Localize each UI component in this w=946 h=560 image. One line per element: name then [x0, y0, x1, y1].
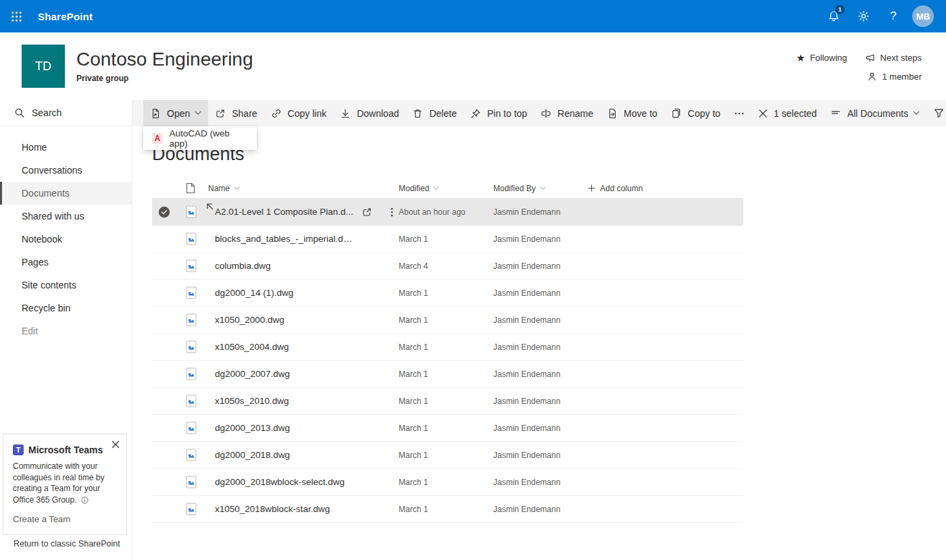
modified-by-cell: Jasmin Endemann: [493, 478, 588, 487]
table-row[interactable]: dg2000_2018wblock-select.dwg March 1 Jas…: [152, 469, 743, 496]
file-name[interactable]: A2.01-Level 1 Composite Plan.d...: [215, 207, 353, 217]
file-name[interactable]: dg2000_2013.dwg: [215, 423, 290, 433]
column-header-modified[interactable]: Modified: [399, 184, 493, 193]
table-row[interactable]: x1050s_2010.dwg March 1 Jasmin Endemann: [152, 388, 743, 415]
add-column-button[interactable]: Add column: [588, 184, 743, 193]
sidebar-item-conversations[interactable]: Conversations: [0, 159, 132, 182]
modified-cell: March 1: [399, 478, 493, 487]
table-row[interactable]: dg2000_14 (1).dwg March 1 Jasmin Endeman…: [152, 280, 743, 307]
delete-button[interactable]: Delete: [405, 100, 463, 126]
modified-by-cell: Jasmin Endemann: [493, 288, 588, 298]
teams-promo-card: T Microsoft Teams Communicate with your …: [3, 434, 127, 535]
column-header-file-type[interactable]: [176, 182, 208, 194]
table-row[interactable]: dg2000_2018.dwg March 1 Jasmin Endemann: [152, 442, 743, 469]
file-name[interactable]: x1050s_2010.dwg: [215, 396, 289, 406]
column-header-name[interactable]: Name: [208, 184, 399, 193]
modified-cell: About an hour ago: [399, 207, 493, 217]
modified-by-cell: Jasmin Endemann: [493, 261, 588, 271]
dwg-file-icon: [186, 422, 197, 434]
file-name[interactable]: dg2000_14 (1).dwg: [215, 288, 293, 298]
view-selector-button[interactable]: All Documents: [824, 100, 926, 126]
close-icon[interactable]: [111, 440, 120, 449]
copy-to-button[interactable]: Copy to: [664, 100, 727, 126]
help-button[interactable]: ?: [878, 0, 908, 32]
table-row[interactable]: columbia.dwg March 4 Jasmin Endemann: [152, 253, 743, 280]
search-input[interactable]: Search: [0, 100, 132, 126]
page-title: Documents: [152, 144, 946, 165]
table-row[interactable]: dg2000_2007.dwg March 1 Jasmin Endemann: [152, 361, 743, 388]
chevron-down-icon: [913, 111, 920, 116]
account-avatar[interactable]: MB: [912, 5, 934, 27]
column-header-modified-by[interactable]: Modified By: [493, 184, 588, 193]
filter-icon: [933, 107, 945, 119]
file-name[interactable]: dg2000_2018wblock-select.dwg: [215, 477, 345, 487]
file-name[interactable]: columbia.dwg: [215, 261, 271, 271]
move-to-button[interactable]: Move to: [600, 100, 664, 126]
chevron-down-icon: [234, 186, 240, 190]
sidebar-item-recycle-bin[interactable]: Recycle bin: [0, 297, 132, 320]
dismiss-icon: [758, 109, 768, 118]
command-bar: Open Share Copy link Download: [132, 100, 946, 126]
file-name[interactable]: x1050_2018wblock-star.dwg: [215, 504, 330, 514]
selected-check-icon[interactable]: [158, 206, 170, 218]
sidebar-item-home[interactable]: Home: [0, 136, 132, 159]
next-steps-button[interactable]: Next steps: [865, 53, 922, 63]
info-icon[interactable]: [81, 497, 89, 504]
modified-by-cell: Jasmin Endemann: [493, 315, 588, 325]
view-list-icon: [830, 108, 841, 119]
sharepoint-brand[interactable]: SharePoint: [38, 11, 93, 22]
dwg-file-icon: [186, 286, 197, 299]
share-icon[interactable]: [362, 207, 372, 218]
main-content: Open Share Copy link Download: [132, 100, 946, 560]
table-row[interactable]: x1050_2018wblock-star.dwg March 1 Jasmin…: [152, 496, 743, 523]
share-button[interactable]: Share: [208, 100, 264, 126]
more-commands-button[interactable]: [727, 100, 751, 126]
table-row[interactable]: dg2000_2013.dwg March 1 Jasmin Endemann: [152, 415, 743, 442]
members-button[interactable]: 1 member: [867, 72, 922, 82]
more-actions-icon[interactable]: [387, 207, 397, 218]
clear-selection-button[interactable]: 1 selected: [751, 100, 824, 126]
modified-cell: March 1: [399, 234, 493, 244]
sidebar-item-notebook[interactable]: Notebook: [0, 228, 132, 251]
return-classic-link[interactable]: Return to classic SharePoint: [14, 539, 120, 549]
modified-by-cell: Jasmin Endemann: [493, 397, 588, 406]
modified-by-cell: Jasmin Endemann: [493, 234, 588, 244]
site-logo[interactable]: TD: [22, 45, 65, 88]
rename-button[interactable]: Rename: [534, 100, 600, 126]
app-launcher-icon[interactable]: [0, 0, 32, 32]
open-button[interactable]: Open: [143, 100, 208, 126]
modified-cell: March 1: [399, 288, 493, 298]
create-team-link[interactable]: Create a Team: [13, 514, 70, 524]
notifications-button[interactable]: 1: [819, 0, 849, 32]
sidebar-item-shared-with-us[interactable]: Shared with us: [0, 205, 132, 228]
table-body: A2.01-Level 1 Composite Plan.d... About …: [152, 199, 743, 523]
chevron-down-icon: [540, 186, 546, 190]
file-name[interactable]: x1050_2000.dwg: [215, 315, 284, 325]
pin-to-top-button[interactable]: Pin to top: [464, 100, 534, 126]
settings-button[interactable]: [849, 0, 878, 32]
following-button[interactable]: ★ Following: [796, 53, 847, 63]
copy-link-button[interactable]: Copy link: [264, 100, 334, 126]
table-row[interactable]: A2.01-Level 1 Composite Plan.d... About …: [152, 199, 743, 226]
sidebar-item-site-contents[interactable]: Site contents: [0, 274, 132, 297]
table-row[interactable]: x1050s_2004.dwg March 1 Jasmin Endemann: [152, 334, 743, 361]
modified-cell: March 1: [399, 315, 493, 325]
sidebar-item-documents[interactable]: Documents: [0, 182, 132, 205]
download-button[interactable]: Download: [333, 100, 405, 126]
search-icon: [14, 107, 25, 118]
filter-button[interactable]: [926, 100, 946, 126]
sidebar-item-edit[interactable]: Edit: [0, 320, 132, 342]
modified-by-cell: Jasmin Endemann: [493, 207, 588, 217]
move-to-icon: [607, 108, 618, 119]
table-row[interactable]: blocks_and_tables_-_imperial.dwg March 1…: [152, 226, 743, 253]
file-name[interactable]: dg2000_2007.dwg: [215, 369, 290, 379]
sidebar-item-pages[interactable]: Pages: [0, 251, 132, 274]
gear-icon: [857, 10, 870, 22]
file-name[interactable]: dg2000_2018.dwg: [215, 450, 290, 460]
menu-item-autocad-web-app[interactable]: A AutoCAD (web app): [143, 126, 257, 150]
file-name[interactable]: x1050s_2004.dwg: [215, 342, 289, 352]
modified-by-cell: Jasmin Endemann: [493, 424, 588, 433]
table-row[interactable]: x1050_2000.dwg March 1 Jasmin Endemann: [152, 307, 743, 334]
link-icon: [271, 108, 282, 119]
file-name[interactable]: blocks_and_tables_-_imperial.dwg: [215, 234, 353, 244]
